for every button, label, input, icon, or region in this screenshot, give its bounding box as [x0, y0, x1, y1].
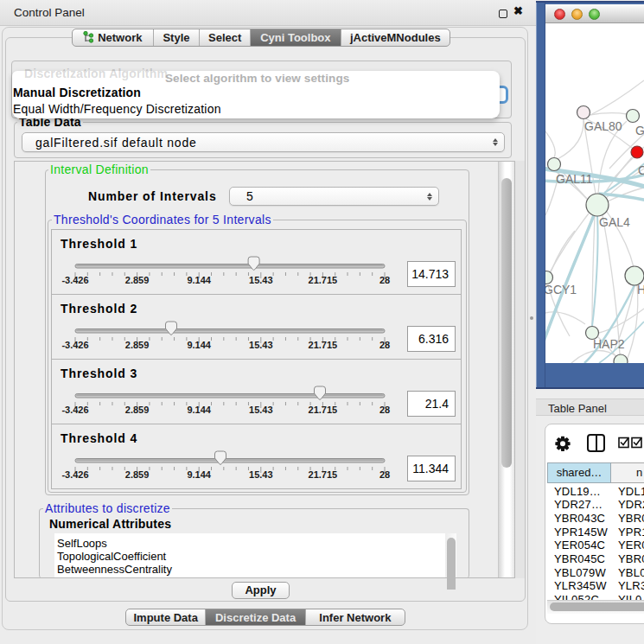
svg-text:H: H [637, 283, 644, 296]
svg-text:GAL11: GAL11 [556, 172, 593, 186]
svg-text:CD: CD [638, 163, 644, 177]
svg-text:GAL80: GAL80 [584, 119, 622, 133]
svg-text:HAP2: HAP2 [593, 337, 625, 351]
svg-text:GAL4: GAL4 [599, 215, 630, 229]
svg-text:GCY1: GCY1 [545, 283, 577, 296]
svg-text:GA: GA [635, 124, 644, 137]
